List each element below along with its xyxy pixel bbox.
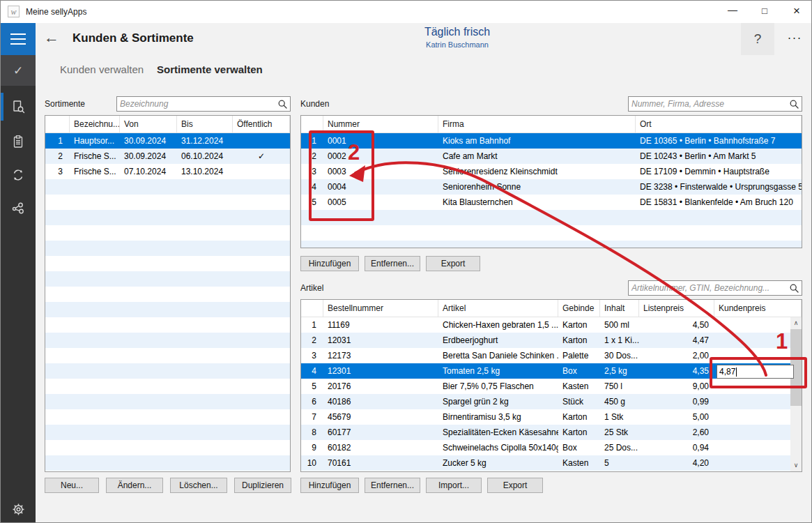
tab-kunden-verwalten[interactable]: Kunden verwalten [60, 63, 144, 75]
artikel-search-input[interactable] [629, 283, 790, 293]
table-row[interactable]: 4 0004 Seniorenheim Sonne DE 3238 • Fins… [301, 179, 802, 195]
context-block: Täglich frisch Katrin Buschmann [318, 26, 597, 49]
help-button[interactable]: ? [741, 23, 774, 55]
export-button[interactable]: Export [426, 256, 480, 271]
table-row[interactable]: 6 40186 Spargel grün 2 kg Stück 450 g 0,… [301, 394, 802, 409]
entfernen-button[interactable]: Entfernen... [365, 256, 420, 271]
kunden-label: Kunden [300, 99, 329, 109]
kunden-table-header: Nummer Firma Ort [301, 116, 802, 133]
sidebar-item-settings[interactable] [1, 494, 36, 523]
text-caret [736, 367, 737, 377]
table-row[interactable]: 3 Frische S... 07.10.2024 13.10.2024 [45, 164, 290, 179]
kunden-table: Nummer Firma Ort 1 0001 Kioks am Bahnhof… [300, 115, 802, 248]
sidebar-item-share[interactable] [1, 193, 36, 224]
context-title: Täglich frisch [318, 26, 597, 38]
col-listenpreis[interactable]: Listenpreis [639, 300, 714, 317]
search-icon[interactable] [278, 100, 287, 109]
scroll-down-icon[interactable]: ∨ [790, 460, 802, 471]
app-icon: w [8, 6, 20, 17]
entfernen-button[interactable]: Entfernen... [365, 478, 420, 493]
maximize-button[interactable]: □ [749, 1, 781, 23]
export-button[interactable]: Export [487, 478, 543, 493]
col-rownum[interactable] [45, 116, 70, 132]
col-oeffentlich[interactable]: Öffentlich [233, 116, 290, 132]
col-rownum[interactable] [301, 300, 323, 317]
sortimente-rows: 1 Hauptsor... 30.09.2024 31.12.2024 2 Fr… [45, 133, 290, 471]
titlebar: w Meine sellyApps — □ × [1, 1, 812, 23]
table-row[interactable]: 1 0001 Kioks am Bahnhof DE 10365 • Berli… [301, 133, 802, 149]
artikel-label: Artikel [300, 283, 323, 293]
aendern-button[interactable]: Ändern... [106, 478, 163, 493]
neu-button[interactable]: Neu... [45, 478, 99, 493]
sidebar-item-sync[interactable] [1, 160, 36, 190]
scroll-up-icon[interactable]: ∧ [790, 317, 802, 329]
table-row[interactable]: 1 Hauptsor... 30.09.2024 31.12.2024 [45, 133, 290, 149]
col-bis[interactable]: Bis [177, 116, 233, 132]
table-row[interactable]: 3 0003 Seniorenresidenz Kleinschmidt DE … [301, 164, 802, 179]
table-row[interactable]: 2 12031 Erdbeerjoghurt Karton 1 x 1 Ki..… [301, 333, 802, 348]
catalog-search-icon [10, 99, 26, 114]
col-firma[interactable]: Firma [438, 116, 636, 132]
import-button[interactable]: Import... [426, 478, 482, 493]
app-title: Meine sellyApps [26, 1, 86, 23]
duplizieren-button[interactable]: Duplizieren [234, 478, 291, 493]
minimize-button[interactable]: — [717, 1, 749, 23]
table-row[interactable]: 10 70161 Zucker 5 kg Kasten 5 4,20 [301, 455, 802, 471]
menu-button[interactable] [1, 23, 36, 55]
kunden-actions: Hinzufügen Entfernen... Export [300, 256, 480, 271]
context-user: Katrin Buschmann [318, 40, 597, 49]
loeschen-button[interactable]: Löschen... [170, 478, 227, 493]
hinzufuegen-button[interactable]: Hinzufügen [300, 478, 359, 493]
vertical-scrollbar[interactable]: ∧ ∨ [790, 317, 802, 471]
sidebar: ✓ [1, 55, 36, 523]
sortimente-actions: Neu... Ändern... Löschen... Duplizieren [45, 478, 291, 493]
back-button[interactable]: ← [44, 29, 59, 47]
close-button[interactable]: × [781, 1, 812, 23]
kunden-search [628, 96, 802, 112]
col-bestellnummer[interactable]: Bestellnummer [323, 300, 438, 317]
col-rownum[interactable] [301, 116, 323, 132]
artikel-table: Bestellnummer Artikel Gebinde Inhalt Lis… [300, 299, 802, 472]
sidebar-item-catalog[interactable] [1, 91, 36, 122]
table-row[interactable]: 1 11169 Chicken-Haxen gebraten 1,5 ... K… [301, 317, 802, 333]
menu-icon [10, 33, 26, 35]
col-gebinde[interactable]: Gebinde [558, 300, 600, 317]
table-row[interactable]: 7 45679 Birnentiramisu 3,5 kg Karton 1 S… [301, 409, 802, 425]
col-inhalt[interactable]: Inhalt [600, 300, 639, 317]
sortimente-table-header: Bezeichnu... Von Bis Öffentlich [45, 116, 290, 133]
table-row[interactable]: 5 0005 Kita Blausternchen DE 15831 • Bla… [301, 195, 802, 210]
table-row[interactable]: 3 12173 Beretta San Daniele Schinken ...… [301, 348, 802, 363]
hinzufuegen-button[interactable]: Hinzufügen [300, 256, 359, 271]
sortimente-search [116, 96, 291, 112]
active-indicator [1, 93, 3, 121]
more-button[interactable]: ··· [779, 23, 811, 55]
artikel-search [628, 280, 802, 296]
tab-sortimente-verwalten[interactable]: Sortimente verwalten [157, 63, 263, 75]
col-artikel[interactable]: Artikel [438, 300, 558, 317]
sortimente-table: Bezeichnu... Von Bis Öffentlich 1 Haupts… [45, 115, 291, 472]
col-nummer[interactable]: Nummer [323, 116, 438, 132]
table-row[interactable]: 5 20176 Bier 7,5% 0,75 Flaschen Kasten 7… [301, 379, 802, 394]
table-row[interactable]: 9 60182 Schweinelachs Cipolla 50x140g Bo… [301, 440, 802, 455]
table-row[interactable]: 2 Frische S... 30.09.2024 06.10.2024 ✓ [45, 149, 290, 164]
kundenpreis-edit-value: 4,87 [719, 367, 735, 377]
col-von[interactable]: Von [120, 116, 177, 132]
sortimente-search-input[interactable] [117, 99, 278, 109]
col-kundenpreis[interactable]: Kundenpreis [714, 300, 802, 317]
search-icon[interactable] [790, 100, 799, 109]
col-ort[interactable]: Ort [636, 116, 802, 132]
col-bezeichnung[interactable]: Bezeichnu... [70, 116, 120, 132]
sortimente-label: Sortimente [45, 99, 85, 109]
kundenpreis-edit-field[interactable]: 4,87 [717, 365, 794, 379]
search-icon[interactable] [790, 284, 799, 293]
kunden-rows: 1 0001 Kioks am Bahnhof DE 10365 • Berli… [301, 133, 802, 248]
kunden-search-input[interactable] [629, 99, 790, 109]
table-row[interactable]: 8 60177 Spezialitäten-Ecken Käsesahne Ka… [301, 425, 802, 440]
page-title: Kunden & Sortimente [72, 31, 194, 45]
artikel-rows: 1 11169 Chicken-Haxen gebraten 1,5 ... K… [301, 317, 802, 471]
artikel-table-header: Bestellnummer Artikel Gebinde Inhalt Lis… [301, 300, 802, 317]
app-header: ← Kunden & Sortimente Täglich frisch Kat… [1, 23, 812, 55]
sidebar-item-tasks[interactable]: ✓ [1, 55, 36, 86]
sidebar-item-clipboard[interactable] [1, 126, 36, 157]
table-row[interactable]: 2 0002 Cafe am Markt DE 10243 • Berlin •… [301, 149, 802, 164]
